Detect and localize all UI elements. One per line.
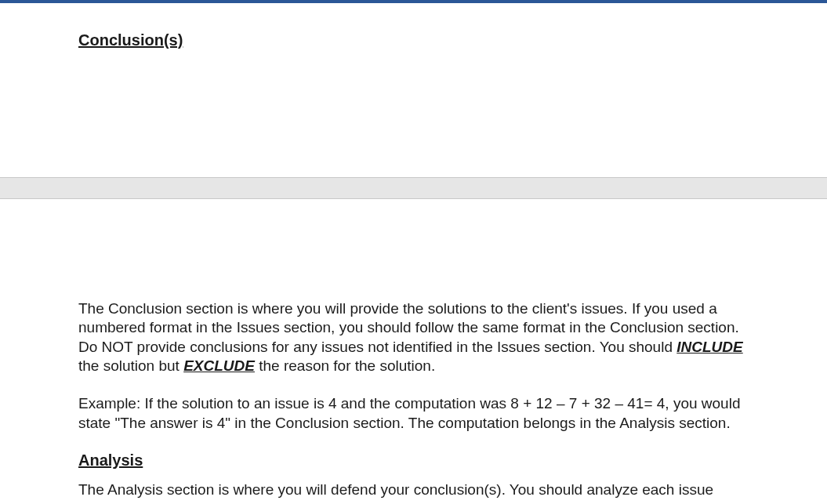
page-1-content: Conclusion(s) <box>78 31 749 60</box>
conclusion-p1-text-b: the solution but <box>78 357 183 374</box>
analysis-paragraph-1: The Analysis section is where you will d… <box>78 480 749 499</box>
page-gap <box>0 177 827 199</box>
include-emphasis: INCLUDE <box>676 339 742 355</box>
conclusion-p1-text-c: the reason for the solution. <box>255 357 435 374</box>
conclusion-heading: Conclusion(s) <box>78 31 749 49</box>
analysis-heading: Analysis <box>78 451 749 470</box>
page-1-bottom-region: Conclusion(s) <box>0 3 827 177</box>
page-2-content: The Conclusion section is where you will… <box>78 299 749 499</box>
page-2-top-region: The Conclusion section is where you will… <box>0 199 827 504</box>
conclusion-paragraph-2: Example: If the solution to an issue is … <box>78 394 749 433</box>
conclusion-p1-text-a: The Conclusion section is where you will… <box>78 300 739 355</box>
conclusion-paragraph-1: The Conclusion section is where you will… <box>78 299 749 375</box>
exclude-emphasis: EXCLUDE <box>183 357 255 374</box>
